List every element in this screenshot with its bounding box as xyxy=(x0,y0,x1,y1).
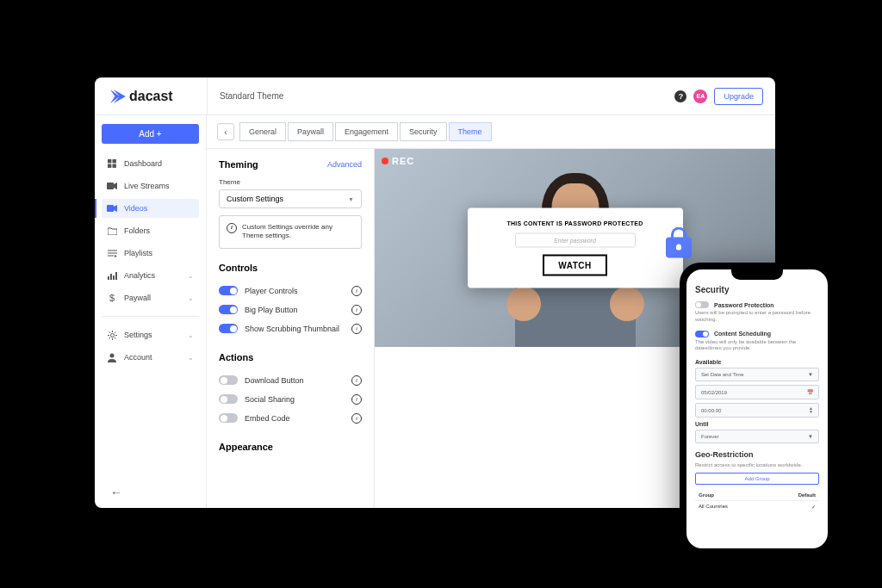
svg-point-15 xyxy=(110,353,115,357)
geo-title: Geo-Restriction xyxy=(695,450,819,459)
caret-down-icon: ▼ xyxy=(348,196,354,202)
nav-label: Playlists xyxy=(124,249,152,257)
topbar: dacast Standard Theme ? EA Upgrade xyxy=(95,77,775,115)
scheduling-toggle[interactable] xyxy=(695,331,709,337)
appearance-title: Appearance xyxy=(219,442,362,452)
info-icon[interactable]: i xyxy=(351,375,362,386)
scrubbing-toggle[interactable] xyxy=(219,324,238,333)
set-date-select[interactable]: Set Date and Time▼ xyxy=(695,368,819,381)
rec-badge: REC xyxy=(382,156,414,166)
security-title: Security xyxy=(695,285,819,294)
forever-select[interactable]: Forever▼ xyxy=(695,430,819,443)
password-overlay: THIS CONTENT IS PASSWORD PROTECTED Enter… xyxy=(468,208,683,288)
protected-title: THIS CONTENT IS PASSWORD PROTECTED xyxy=(487,220,664,226)
time-input[interactable]: 00:00:00▲▼ xyxy=(695,403,819,418)
tab-row: ‹ General Paywall Engagement Security Th… xyxy=(207,115,775,149)
svg-rect-5 xyxy=(107,205,114,212)
sidebar-item-account[interactable]: Account⌄ xyxy=(102,348,199,367)
analytics-icon xyxy=(107,270,117,281)
tab-theme[interactable]: Theme xyxy=(449,122,492,141)
check-icon: ✓ xyxy=(811,504,816,510)
sidebar-item-paywall[interactable]: $Paywall⌄ xyxy=(102,288,199,307)
toggle-label: Social Sharing xyxy=(245,395,345,404)
advanced-link[interactable]: Advanced xyxy=(327,160,362,169)
svg-point-14 xyxy=(110,333,114,337)
body: Add + Dashboard Live Streams Videos Fold… xyxy=(95,115,775,508)
nav-label: Account xyxy=(124,353,152,362)
tab-engagement[interactable]: Engagement xyxy=(335,122,398,141)
big-play-toggle-row: Big Play Buttoni xyxy=(219,300,362,319)
download-toggle[interactable] xyxy=(219,375,238,385)
page-title: Standard Theme xyxy=(207,77,674,115)
date-input[interactable]: 05/02/2019📅 xyxy=(695,385,819,399)
pw-protection-toggle[interactable] xyxy=(695,301,709,308)
embed-toggle[interactable] xyxy=(219,413,238,423)
info-icon[interactable]: i xyxy=(351,305,362,315)
sidebar-item-videos[interactable]: Videos xyxy=(102,199,199,218)
nav-label: Settings xyxy=(124,331,152,339)
nav-label: Folders xyxy=(124,226,150,235)
video-icon xyxy=(107,203,117,214)
geo-table-row[interactable]: All Countries✓ xyxy=(695,500,819,512)
add-group-button[interactable]: Add Group xyxy=(695,473,819,485)
back-button[interactable]: ‹ xyxy=(217,123,234,140)
info-icon: i xyxy=(227,223,237,233)
tab-general[interactable]: General xyxy=(239,122,286,141)
toggle-label: Show Scrubbing Thumbnail xyxy=(245,325,345,333)
settings-panel: Theming Advanced Theme Custom Settings▼ … xyxy=(207,149,375,508)
rec-dot-icon xyxy=(382,158,388,164)
info-icon[interactable]: i xyxy=(351,394,362,405)
sidebar-item-dashboard[interactable]: Dashboard xyxy=(102,154,199,173)
pw-protection-row: Password Protection xyxy=(695,301,819,308)
player-controls-toggle[interactable] xyxy=(219,286,238,295)
chevron-down-icon: ⌄ xyxy=(188,354,194,362)
upgrade-button[interactable]: Upgrade xyxy=(714,88,763,105)
phone-notch xyxy=(731,269,783,280)
divider xyxy=(102,316,199,317)
svg-rect-9 xyxy=(108,276,109,280)
info-text: Custom Settings override any Theme setti… xyxy=(242,223,354,241)
svg-rect-10 xyxy=(110,274,112,280)
geo-desc: Restrict access to specific locations wo… xyxy=(695,462,819,467)
logo[interactable]: dacast xyxy=(95,89,207,104)
add-button[interactable]: Add + xyxy=(102,124,199,144)
collapse-sidebar-button[interactable]: ← xyxy=(102,477,199,508)
info-icon[interactable]: i xyxy=(351,286,362,296)
pw-protection-label: Password Protection xyxy=(714,302,774,308)
pw-desc: Users will be prompted to enter a passwo… xyxy=(695,310,819,324)
stepper-icon: ▲▼ xyxy=(809,407,813,413)
sidebar-item-settings[interactable]: Settings⌄ xyxy=(102,325,199,344)
sidebar-item-analytics[interactable]: Analytics⌄ xyxy=(102,266,199,285)
info-icon[interactable]: i xyxy=(351,413,362,424)
calendar-icon: 📅 xyxy=(807,389,813,395)
dollar-icon: $ xyxy=(107,293,117,303)
dashboard-icon xyxy=(107,158,117,169)
sidebar-item-playlists[interactable]: Playlists xyxy=(102,244,199,263)
tab-security[interactable]: Security xyxy=(400,122,447,141)
folder-icon xyxy=(107,226,117,236)
social-toggle-row: Social Sharingi xyxy=(219,390,362,409)
watch-button[interactable]: WATCH xyxy=(543,255,606,276)
sched-desc: The video will only be available between… xyxy=(695,339,819,353)
download-toggle-row: Download Buttoni xyxy=(219,371,362,390)
password-input[interactable]: Enter password xyxy=(515,233,636,248)
nav-label: Videos xyxy=(124,204,147,213)
toggle-label: Embed Code xyxy=(245,414,345,423)
theme-value: Custom Settings xyxy=(227,195,283,203)
theme-select[interactable]: Custom Settings▼ xyxy=(219,189,362,208)
big-play-toggle[interactable] xyxy=(219,305,238,314)
person-icon xyxy=(107,352,117,362)
sidebar-item-live-streams[interactable]: Live Streams xyxy=(102,176,199,195)
help-icon[interactable]: ? xyxy=(674,90,686,102)
sidebar-item-folders[interactable]: Folders xyxy=(102,221,199,240)
social-toggle[interactable] xyxy=(219,394,238,404)
svg-rect-2 xyxy=(108,164,111,167)
gear-icon xyxy=(107,330,117,340)
lock-icon xyxy=(666,227,692,258)
sidebar: Add + Dashboard Live Streams Videos Fold… xyxy=(95,115,207,508)
tab-paywall[interactable]: Paywall xyxy=(288,122,333,141)
chevron-down-icon: ⌄ xyxy=(188,294,194,302)
scheduling-row: Content Scheduling xyxy=(695,331,819,337)
info-icon[interactable]: i xyxy=(351,324,362,334)
avatar[interactable]: EA xyxy=(693,90,707,103)
